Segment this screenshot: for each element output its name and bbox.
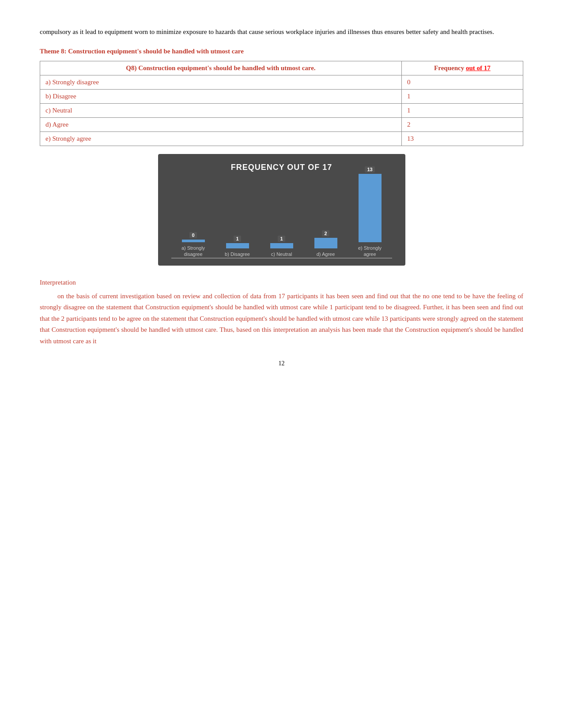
intro-paragraph: compulsory as it lead to equipment worn …	[40, 26, 523, 38]
theme-bold: Construction equipment's should be handl…	[68, 48, 244, 55]
bar-rect	[226, 243, 249, 248]
bar-rect	[314, 238, 337, 248]
theme-heading: Theme 8: Construction equipment's should…	[40, 46, 523, 56]
bar-rect	[270, 243, 293, 248]
bar-x-label: c) Neutral	[271, 251, 292, 257]
chart-area: 0a) Strongly disagree1b) Disagree1c) Neu…	[171, 179, 392, 259]
chart-container: FREQUENCY OUT OF 17 0a) Strongly disagre…	[158, 154, 405, 266]
bar-group: 2d) Agree	[310, 230, 341, 257]
bar-rect	[359, 174, 382, 242]
table-cell-option: d) Agree	[40, 117, 402, 131]
bar-x-label: e) Strongly agree	[358, 245, 382, 258]
table-cell-option: c) Neutral	[40, 103, 402, 117]
bar-x-label: b) Disagree	[225, 251, 250, 257]
table-cell-frequency: 1	[401, 103, 523, 117]
bar-x-label: a) Strongly disagree	[181, 245, 205, 258]
table-col1-header: Q8) Construction equipment's should be h…	[40, 61, 402, 75]
bar-group: 13e) Strongly agree	[355, 166, 385, 258]
table-cell-frequency: 0	[401, 75, 523, 89]
table-cell-frequency: 1	[401, 89, 523, 103]
bar-value-label: 1	[278, 236, 285, 242]
bar-group: 1b) Disagree	[222, 236, 253, 257]
bar-x-label: d) Agree	[317, 251, 335, 257]
table-col2-header: Frequency out of 17	[401, 61, 523, 75]
bar-value-label: 0	[189, 232, 196, 238]
bar-group: 0a) Strongly disagree	[178, 232, 209, 258]
table-cell-frequency: 2	[401, 117, 523, 131]
interpretation-text: on the basis of current investigation ba…	[40, 291, 523, 347]
theme-label: Theme 8:	[40, 48, 68, 55]
bar-value-label: 2	[322, 230, 329, 236]
table-cell-frequency: 13	[401, 131, 523, 146]
table-cell-option: e) Strongly agree	[40, 131, 402, 146]
table-cell-option: b) Disagree	[40, 89, 402, 103]
bar-group: 1c) Neutral	[266, 236, 297, 257]
page-number: 12	[40, 360, 523, 367]
frequency-table: Q8) Construction equipment's should be h…	[40, 61, 523, 146]
table-cell-option: a) Strongly disagree	[40, 75, 402, 89]
bar-value-label: 1	[234, 236, 241, 242]
bar-rect	[182, 240, 205, 242]
bar-value-label: 13	[365, 166, 374, 173]
interpretation-heading: Interpretation	[40, 279, 523, 286]
